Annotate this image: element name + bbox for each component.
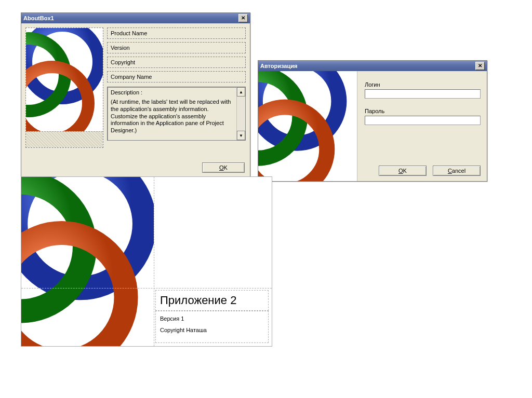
splash-version: Версия 1 [160,315,264,322]
close-icon[interactable]: ✕ [475,62,485,70]
splash-copyright: Copyright Наташа [160,327,264,333]
auth-title: Авторизация [260,63,297,69]
close-icon[interactable]: ✕ [238,14,248,22]
auth-titlebar[interactable]: Авторизация ✕ [258,61,487,71]
splash-window: Приложение 2 Версия 1 Copyright Наташа [21,176,272,347]
ok-label: K [224,164,228,171]
ok-button[interactable]: OK [202,162,245,173]
splash-info-box: Версия 1 Copyright Наташа [155,311,269,343]
description-box: Description : (At runtime, the labels' t… [107,87,246,141]
splash-logo-panel [21,177,154,346]
login-input[interactable] [365,89,481,99]
product-name-label: Product Name [107,28,246,39]
scroll-down-icon[interactable]: ▼ [237,131,245,140]
cancel-label-rest: ancel [452,168,466,174]
company-label: Company Name [107,71,246,83]
auth-window: Авторизация ✕ Логин Пароль OK Cancel [258,60,487,182]
rings-icon [21,177,154,346]
scroll-up-icon[interactable]: ▲ [237,87,245,97]
description-scrollbar[interactable]: ▲ ▼ [236,87,245,140]
password-label: Пароль [365,108,481,114]
copyright-label: Copyright [107,57,246,68]
auth-ok-button[interactable]: OK [379,166,427,176]
splash-app-title: Приложение 2 [155,290,269,311]
aboutbox-titlebar[interactable]: AboutBox1 ✕ [21,13,250,23]
auth-cancel-button[interactable]: Cancel [433,166,481,176]
rings-icon [258,71,357,181]
aboutbox-window: AboutBox1 ✕ Product Name Version Copyrig… [21,12,250,177]
rings-icon [25,28,103,148]
version-label: Version [107,42,246,53]
description-text: (At runtime, the labels' text will be re… [111,99,235,134]
password-input[interactable] [365,116,481,125]
aboutbox-logo-panel [25,28,103,148]
description-heading: Description : [111,89,235,95]
aboutbox-title: AboutBox1 [23,15,54,21]
login-label: Логин [365,81,481,88]
auth-logo-panel [258,71,357,181]
